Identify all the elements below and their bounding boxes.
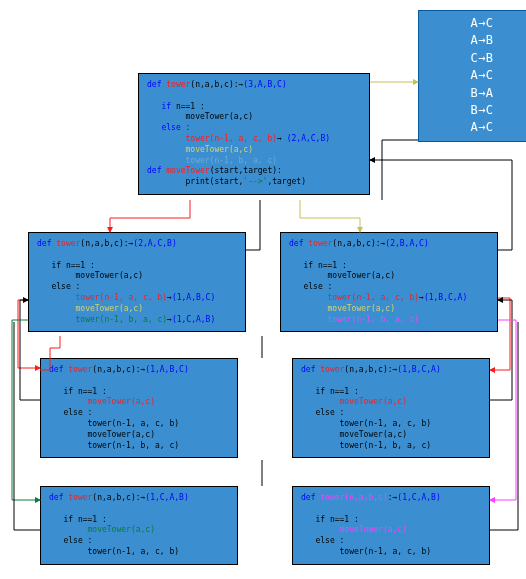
- callframe-right-2: def tower(n,a,b,c):→(1,B,C,A) if n==1 : …: [292, 358, 490, 458]
- diagram-stage: A→C A→B C→B A→C B→A B→C A→C def tower(n,…: [0, 0, 526, 579]
- code-line: moveTower(a,c): [49, 397, 229, 408]
- code-line: def moveTower(start,target):: [147, 166, 361, 177]
- code-line: else :: [49, 536, 229, 547]
- callframe-left-2: def tower(n,a,b,c):→(1,A,B,C) if n==1 : …: [40, 358, 238, 458]
- code-line: if n==1 :: [147, 102, 361, 113]
- code-line: else :: [301, 536, 481, 547]
- code-line: def tower(n,a,b,c):→(1,C,A,B): [49, 493, 229, 504]
- code-line: moveTower(a,c): [147, 112, 361, 123]
- code-line: else :: [147, 123, 361, 134]
- output-line: B→A: [437, 85, 526, 102]
- output-line: A→C: [437, 67, 526, 84]
- code-line: moveTower(a,c): [49, 525, 229, 536]
- code-line: def tower(n,a,b,c):→(1,B,C,A): [301, 365, 481, 376]
- output-line: C→B: [437, 50, 526, 67]
- code-line: moveTower(a,c): [289, 304, 489, 315]
- code-line: if n==1 :: [301, 387, 481, 398]
- code-line: tower(n-1, b, a, c): [301, 441, 481, 452]
- code-line: else :: [301, 408, 481, 419]
- callframe-right-1: def tower(n,a,b,c):→(2,B,A,C) if n==1 : …: [280, 232, 498, 332]
- code-line: else :: [49, 408, 229, 419]
- code-line: def tower(n,a,b,c):→(1,A,B,C): [49, 365, 229, 376]
- code-line: tower(n-1, a, c, b): [301, 419, 481, 430]
- code-line: tower(n-1, a, c, b): [49, 419, 229, 430]
- callframe-left-1: def tower(n,a,b,c):→(2,A,C,B) if n==1 : …: [28, 232, 246, 332]
- code-line: tower(n-1, a, c, b)→(1,A,B,C): [37, 293, 237, 304]
- code-line: moveTower(a,c): [301, 397, 481, 408]
- output-line: A→B: [437, 32, 526, 49]
- code-line: moveTower(a,c): [49, 430, 229, 441]
- code-line: moveTower(a,c): [301, 430, 481, 441]
- code-line: tower(n-1, a, c, b)→(1,B,C,A): [289, 293, 489, 304]
- code-line: if n==1 :: [49, 387, 229, 398]
- code-line: tower(n-1, a, c, b): [49, 547, 229, 558]
- code-line: def tower(n,a,b,c):→(2,B,A,C): [289, 239, 489, 250]
- code-line: moveTower(a,c): [289, 271, 489, 282]
- code-line: tower(n-1, b, a, c)→(1,C,A,B): [37, 315, 237, 326]
- code-line: tower(n-1, b, a, c): [147, 156, 361, 167]
- code-line: if n==1 :: [37, 261, 237, 272]
- code-line: if n==1 :: [301, 515, 481, 526]
- output-line: A→C: [437, 15, 526, 32]
- output-panel: A→C A→B C→B A→C B→A B→C A→C: [418, 10, 526, 142]
- output-line: A→C: [437, 119, 526, 136]
- code-line: moveTower(a,c): [301, 525, 481, 536]
- code-line: tower(n-1, a, c, b)→ (2,A,C,B): [147, 134, 361, 145]
- code-line: else :: [37, 282, 237, 293]
- callframe-top: def tower(n,a,b,c):→(3,A,B,C) if n==1 : …: [138, 73, 370, 195]
- code-line: if n==1 :: [289, 261, 489, 272]
- output-line: B→C: [437, 102, 526, 119]
- code-line: print(start,'-->',target): [147, 177, 361, 188]
- code-line: moveTower(a,c): [37, 271, 237, 282]
- code-line: tower(n-1, b, a, c): [289, 315, 489, 326]
- code-line: def tower(n,a,b,c):→(1,C,A,B): [301, 493, 481, 504]
- code-line: moveTower(a,c): [37, 304, 237, 315]
- code-line: tower(n-1, b, a, c): [49, 441, 229, 452]
- callframe-left-3: def tower(n,a,b,c):→(1,C,A,B) if n==1 : …: [40, 486, 238, 565]
- code-line: def tower(n,a,b,c):→(3,A,B,C): [147, 80, 361, 91]
- code-line: moveTower(a,c): [147, 145, 361, 156]
- code-line: if n==1 :: [49, 515, 229, 526]
- code-line: tower(n-1, a, c, b): [301, 547, 481, 558]
- code-line: else :: [289, 282, 489, 293]
- callframe-right-3: def tower(n,a,b,c):→(1,C,A,B) if n==1 : …: [292, 486, 490, 565]
- code-line: def tower(n,a,b,c):→(2,A,C,B): [37, 239, 237, 250]
